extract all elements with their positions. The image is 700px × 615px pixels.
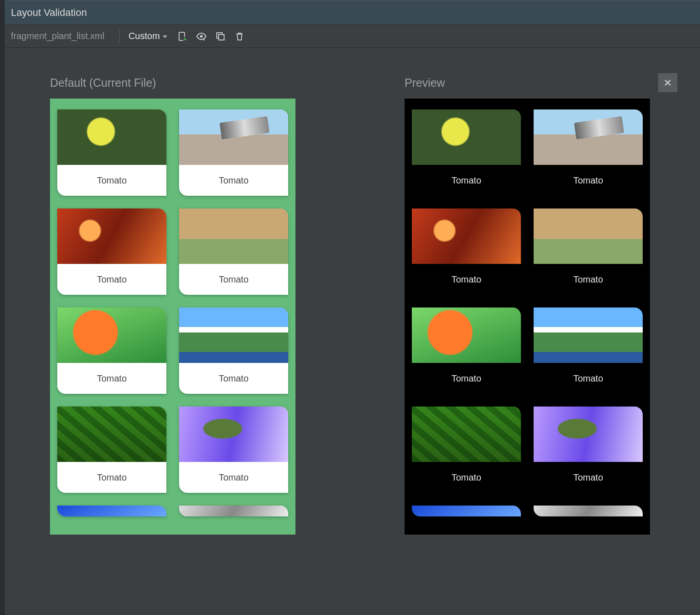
content-area: Default (Current File) TomatoTomatoTomat…	[5, 48, 700, 615]
plant-label: Tomato	[57, 462, 166, 493]
plant-thumbnail	[179, 109, 288, 165]
plant-thumbnail	[412, 109, 521, 165]
plant-label: Tomato	[179, 165, 288, 196]
close-preview-button[interactable]	[658, 73, 677, 92]
preview-panel: Preview TomatoTomatoTomatoTomatoTomatoTo…	[405, 75, 677, 535]
plant-card[interactable]: Tomato	[179, 208, 288, 295]
layout-validation-window: Layout Validation fragment_plant_list.xm…	[5, 0, 700, 615]
plant-label: Tomato	[412, 462, 521, 493]
plant-card[interactable]: Tomato	[57, 109, 166, 196]
trash-icon	[234, 31, 245, 42]
plant-label: Tomato	[179, 264, 288, 295]
plant-label: Tomato	[534, 165, 643, 196]
plant-label: Tomato	[412, 264, 521, 295]
plant-card[interactable]: Tomato	[412, 208, 521, 295]
plant-card[interactable]: Tomato	[412, 506, 521, 516]
plant-label: Tomato	[534, 462, 643, 493]
plant-card[interactable]: Tomato	[534, 506, 643, 516]
preview-panel-title: Preview	[405, 75, 677, 90]
plant-label: Tomato	[57, 264, 166, 295]
plant-thumbnail	[534, 308, 643, 363]
plant-thumbnail	[57, 308, 166, 363]
plant-card[interactable]: Tomato	[534, 109, 643, 196]
visibility-button[interactable]	[194, 29, 209, 44]
window-title-bar: Layout Validation	[5, 0, 700, 25]
plant-thumbnail	[179, 506, 288, 516]
delete-button[interactable]	[232, 29, 247, 44]
plant-thumbnail	[534, 506, 643, 516]
plant-card[interactable]: Tomato	[534, 208, 643, 295]
plant-thumbnail	[57, 208, 166, 264]
plant-thumbnail	[534, 407, 643, 462]
default-grid: TomatoTomatoTomatoTomatoTomatoTomatoToma…	[57, 109, 288, 516]
default-panel-title: Default (Current File)	[50, 75, 300, 90]
plant-label: Tomato	[179, 363, 288, 394]
plant-thumbnail	[412, 208, 521, 264]
toolbar-divider	[119, 30, 120, 43]
svg-rect-4	[219, 35, 224, 40]
plant-thumbnail	[534, 208, 643, 264]
plant-card[interactable]: Tomato	[412, 407, 521, 493]
window-title: Layout Validation	[11, 7, 87, 19]
chevron-down-icon	[163, 35, 167, 38]
plant-thumbnail	[57, 506, 166, 516]
plant-thumbnail	[179, 208, 288, 264]
plant-thumbnail	[57, 407, 166, 462]
plant-thumbnail	[534, 109, 643, 165]
plant-card[interactable]: Tomato	[57, 308, 166, 394]
config-dropdown-label: Custom	[129, 31, 160, 41]
plant-label: Tomato	[412, 363, 521, 394]
plant-card[interactable]: Tomato	[57, 506, 166, 516]
plant-label: Tomato	[57, 165, 166, 196]
plant-card[interactable]: Tomato	[57, 208, 166, 295]
plant-label: Tomato	[534, 363, 643, 394]
svg-point-2	[200, 35, 203, 38]
plant-thumbnail	[412, 506, 521, 516]
config-dropdown[interactable]: Custom	[125, 31, 171, 41]
plant-card[interactable]: Tomato	[179, 506, 288, 516]
plant-label: Tomato	[534, 264, 643, 295]
plant-label: Tomato	[179, 462, 288, 493]
plant-label: Tomato	[57, 363, 166, 394]
plant-card[interactable]: Tomato	[412, 109, 521, 196]
plant-thumbnail	[179, 407, 288, 462]
toolbar: fragment_plant_list.xml Custom	[5, 25, 700, 48]
preview-device-frame: TomatoTomatoTomatoTomatoTomatoTomatoToma…	[405, 99, 650, 535]
plant-thumbnail	[179, 308, 288, 363]
copy-button[interactable]	[213, 29, 228, 44]
eye-icon	[196, 31, 207, 42]
add-device-button[interactable]	[175, 29, 190, 44]
device-add-icon	[177, 31, 188, 42]
plant-card[interactable]: Tomato	[179, 109, 288, 196]
plant-thumbnail	[57, 109, 166, 165]
plant-card[interactable]: Tomato	[412, 308, 521, 394]
preview-grid: TomatoTomatoTomatoTomatoTomatoTomatoToma…	[412, 109, 643, 516]
file-name-label: fragment_plant_list.xml	[11, 31, 114, 41]
default-panel: Default (Current File) TomatoTomatoTomat…	[50, 75, 300, 535]
plant-card[interactable]: Tomato	[57, 407, 166, 493]
plant-card[interactable]: Tomato	[179, 308, 288, 394]
default-device-frame: TomatoTomatoTomatoTomatoTomatoTomatoToma…	[50, 99, 295, 535]
close-icon	[663, 78, 672, 87]
plant-thumbnail	[412, 308, 521, 363]
plant-card[interactable]: Tomato	[534, 308, 643, 394]
plant-label: Tomato	[412, 165, 521, 196]
plant-card[interactable]: Tomato	[179, 407, 288, 493]
copy-icon	[215, 31, 226, 42]
ide-left-gutter	[0, 0, 5, 615]
plant-thumbnail	[412, 407, 521, 462]
plant-card[interactable]: Tomato	[534, 407, 643, 493]
